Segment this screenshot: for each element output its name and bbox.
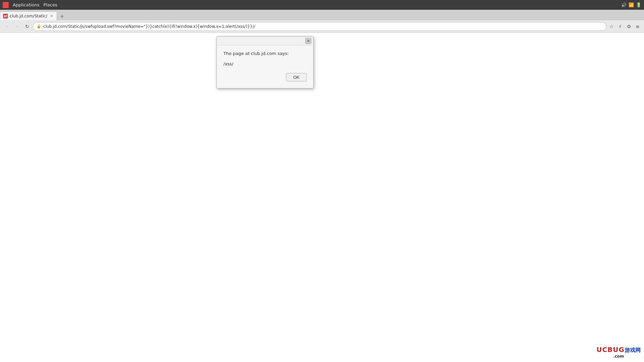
tray-icons: 🔊 📶 🔋 [621, 2, 641, 7]
reload-button[interactable]: ↻ [23, 22, 32, 31]
dialog-title-text: The page at club.jd.com says: [223, 51, 307, 56]
wrench-icon[interactable]: ⚙ [625, 23, 633, 30]
dialog-overlay: × The page at club.jd.com says: /xss/ OK [0, 33, 644, 362]
network-icon[interactable]: 📶 [629, 2, 634, 7]
system-bar-left: Applications Places [3, 2, 57, 8]
address-bar[interactable]: 🔒 club.jd.com/Static/js/swfupload.swf?mo… [33, 22, 606, 31]
dialog-titlebar: × [217, 37, 313, 46]
page-content: × The page at club.jd.com says: /xss/ OK [0, 33, 644, 362]
applications-menu[interactable]: Applications [13, 2, 39, 7]
system-bar-right: 🔊 📶 🔋 [621, 2, 641, 7]
chrome-window: jd club.jd.com/Static/ × + ← → ↻ 🔒 club.… [0, 10, 644, 33]
app-icon [3, 2, 9, 8]
dialog-body: The page at club.jd.com says: /xss/ OK [217, 46, 313, 88]
nav-bar: ← → ↻ 🔒 club.jd.com/Static/js/swfupload.… [0, 20, 644, 33]
alert-dialog: × The page at club.jd.com says: /xss/ OK [216, 36, 314, 88]
power-icon[interactable]: 🔋 [636, 2, 641, 7]
nav-bar-right: ☆ ⚡ ⚙ ≡ [608, 23, 641, 30]
back-button[interactable]: ← [3, 22, 11, 31]
dialog-ok-button[interactable]: OK [286, 73, 307, 81]
menu-icon[interactable]: ≡ [634, 23, 641, 30]
tab-bar: jd club.jd.com/Static/ × + [0, 10, 644, 20]
system-bar: Applications Places 🔊 📶 🔋 [0, 0, 644, 10]
tab-1-favicon: jd [3, 14, 8, 18]
new-tab-button[interactable]: + [58, 12, 66, 20]
tab-1[interactable]: jd club.jd.com/Static/ × [0, 11, 57, 20]
address-bar-url: club.jd.com/Static/js/swfupload.swf?movi… [43, 24, 603, 29]
volume-icon[interactable]: 🔊 [621, 2, 627, 7]
dialog-close-button[interactable]: × [305, 38, 311, 44]
dialog-message: /xss/ [223, 61, 307, 66]
places-menu[interactable]: Places [43, 2, 57, 7]
extensions-icon[interactable]: ⚡ [616, 23, 624, 30]
forward-button[interactable]: → [13, 22, 21, 31]
address-lock-icon: 🔒 [37, 24, 41, 28]
tab-1-close-button[interactable]: × [49, 14, 54, 18]
dialog-footer: OK [223, 73, 307, 81]
bookmark-icon[interactable]: ☆ [608, 23, 615, 30]
tab-1-title: club.jd.com/Static/ [10, 14, 47, 18]
